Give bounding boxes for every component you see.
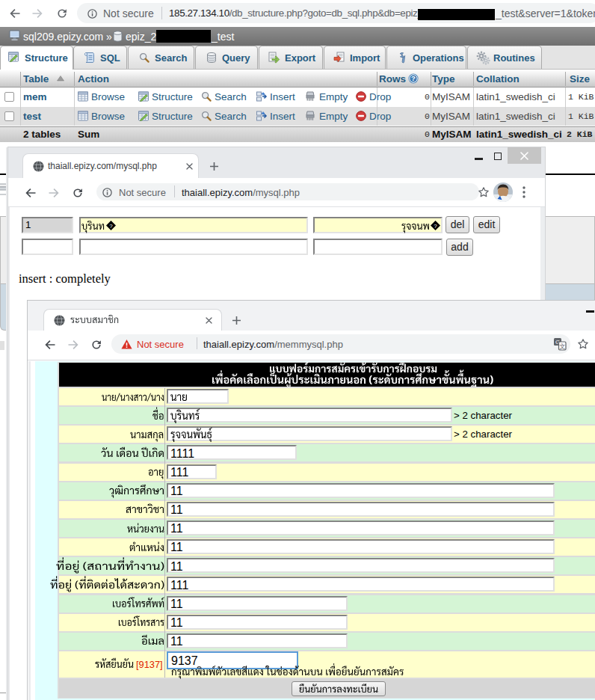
svg-text:?: ? (109, 223, 113, 230)
svg-text:?: ? (434, 223, 437, 230)
svg-text:文: 文 (559, 343, 566, 350)
svg-text:?: ? (411, 74, 416, 82)
